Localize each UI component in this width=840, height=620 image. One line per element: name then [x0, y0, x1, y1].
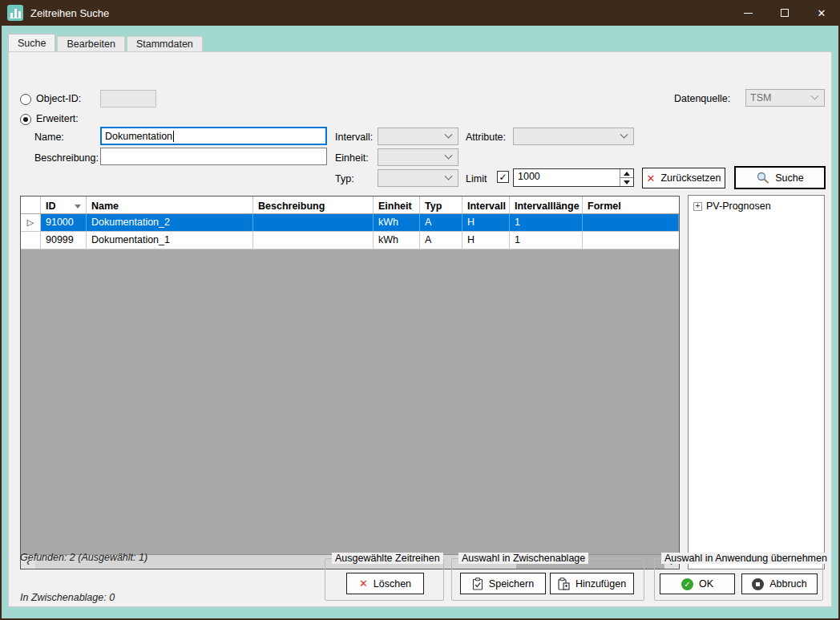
column-header-formel[interactable]: Formel — [583, 197, 679, 213]
spinner-down-button[interactable] — [620, 178, 633, 186]
ok-check-icon: ✓ — [681, 578, 693, 590]
text-cursor — [173, 131, 174, 142]
clipboard-paste-icon — [558, 577, 570, 590]
status-clipboard-count: In Zwischenablage: 0 — [20, 592, 115, 603]
tree-expand-icon[interactable]: + — [693, 202, 702, 211]
suche-button[interactable]: Suche — [734, 166, 826, 189]
arrow-down-icon — [624, 180, 630, 184]
app-window: Zeitreihen Suche ✕ Suche Bearbeiten Stam… — [0, 0, 840, 620]
datenquelle-label: Datenquelle: — [674, 93, 730, 104]
typ-label: Typ: — [335, 173, 354, 184]
column-header-intervall[interactable]: Intervall — [462, 197, 510, 213]
group-clipboard: Auswahl in Zwischenablage Speichern — [451, 558, 644, 601]
tab-stammdaten[interactable]: Stammdaten — [127, 36, 203, 51]
beschreibung-input[interactable] — [100, 148, 327, 165]
einheit-select[interactable] — [378, 148, 458, 166]
red-x-icon: ✕ — [359, 577, 368, 590]
results-tree-panel: + PV-Prognosen — [688, 195, 825, 569]
speichern-button[interactable]: Speichern — [460, 573, 546, 594]
minimize-icon — [744, 13, 753, 14]
limit-label: Limit — [466, 173, 487, 184]
abbruch-button[interactable]: Abbruch — [741, 573, 818, 594]
column-header-id[interactable]: ID — [41, 197, 87, 213]
tab-bearbeiten[interactable]: Bearbeiten — [57, 36, 124, 51]
red-x-icon: ✕ — [647, 172, 656, 184]
results-grid: ID Name Beschreibung Einheit Typ Interva… — [20, 196, 680, 569]
typ-select[interactable] — [378, 169, 458, 187]
maximize-button[interactable] — [766, 0, 803, 26]
column-header-name[interactable]: Name — [87, 197, 253, 213]
sort-desc-icon — [75, 205, 81, 209]
grid-empty-area — [21, 249, 679, 554]
name-input[interactable]: Dokumentation — [100, 127, 327, 145]
row-selector-header[interactable] — [21, 197, 41, 213]
zuruecksetzen-button[interactable]: ✕ Zurücksetzen — [642, 168, 725, 188]
group-apply-title: Auswahl in Anwendung übernehmen — [661, 553, 830, 564]
attribute-label: Attribute: — [466, 132, 506, 143]
object-id-label: Object-ID: — [36, 93, 81, 104]
group-clipboard-title: Auswahl in Zwischenablage — [458, 553, 588, 564]
chevron-down-icon — [445, 130, 453, 138]
window-frame: Suche Bearbeiten Stammdaten Object-ID: D… — [2, 26, 838, 618]
hinzufuegen-button[interactable]: Hinzufügen — [550, 573, 634, 594]
column-header-einheit[interactable]: Einheit — [374, 197, 420, 213]
group-apply: Auswahl in Anwendung übernehmen ✓ OK Abb… — [654, 558, 823, 601]
spinner-up-button[interactable] — [620, 169, 633, 178]
column-header-beschreibung[interactable]: Beschreibung — [253, 197, 374, 213]
table-row[interactable]: ▷ 91000 Dokumentation_2 kWh A H 1 — [21, 214, 679, 232]
close-button[interactable]: ✕ — [803, 0, 840, 26]
clipboard-check-icon — [472, 577, 483, 590]
ok-button[interactable]: ✓ OK — [660, 573, 735, 594]
grid-header: ID Name Beschreibung Einheit Typ Interva… — [21, 197, 679, 214]
datenquelle-select[interactable]: TSM — [745, 89, 825, 107]
name-label: Name: — [34, 132, 64, 143]
tree-item-pv-prognosen[interactable]: + PV-Prognosen — [693, 201, 819, 212]
limit-checkbox[interactable]: ✓ — [497, 171, 509, 183]
close-icon: ✕ — [818, 8, 826, 18]
title-bar: Zeitreihen Suche ✕ — [0, 0, 840, 26]
beschreibung-label: Beschreibung: — [34, 152, 99, 164]
maximize-icon — [781, 9, 789, 17]
stop-icon — [752, 578, 764, 590]
app-chart-icon — [7, 5, 23, 21]
chevron-down-icon — [445, 151, 453, 159]
tab-strip: Suche Bearbeiten Stammdaten — [8, 34, 204, 51]
object-id-field[interactable] — [100, 90, 156, 107]
magnifier-icon — [756, 172, 769, 184]
radio-object-id[interactable] — [20, 94, 31, 105]
window-controls: ✕ — [729, 0, 840, 26]
column-header-typ[interactable]: Typ — [420, 197, 462, 213]
row-pointer-icon: ▷ — [21, 214, 41, 231]
chevron-down-icon — [620, 130, 628, 138]
radio-erweitert[interactable] — [20, 114, 31, 125]
chevron-down-icon — [445, 172, 453, 180]
limit-spinner[interactable]: 1000 — [513, 168, 634, 187]
intervall-select[interactable] — [378, 128, 458, 145]
column-header-intervalllaenge[interactable]: Intervalllänge — [510, 197, 583, 213]
minimize-button[interactable] — [729, 0, 766, 26]
arrow-up-icon — [624, 172, 630, 176]
chevron-down-icon — [811, 91, 819, 99]
check-icon: ✓ — [499, 172, 507, 182]
intervall-label: Intervall: — [335, 132, 373, 143]
tab-page-suche: Object-ID: Datenquelle: TSM Erweitert: N… — [8, 51, 832, 607]
einheit-label: Einheit: — [335, 152, 369, 164]
window-title: Zeitreihen Suche — [30, 7, 109, 19]
status-found: Gefunden: 2 (Ausgewählt: 1) — [20, 552, 147, 563]
table-row[interactable]: 90999 Dokumentation_1 kWh A H 1 — [21, 232, 679, 249]
group-selected-series-title: Ausgewählte Zeitreihen — [332, 553, 443, 564]
erweitert-label: Erweitert: — [36, 113, 79, 124]
loeschen-button[interactable]: ✕ Löschen — [346, 573, 424, 594]
attribute-select[interactable] — [513, 128, 634, 145]
tab-suche[interactable]: Suche — [8, 34, 55, 51]
group-selected-series: Ausgewählte Zeitreihen ✕ Löschen — [325, 558, 444, 601]
